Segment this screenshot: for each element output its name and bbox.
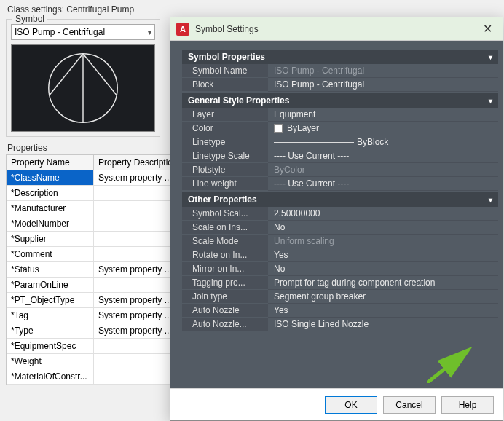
cell-property-desc: System property ... <box>94 308 174 323</box>
dialog-button-bar: OK Cancel Help <box>170 388 503 420</box>
section-other-properties[interactable]: Other Properties▾ <box>182 192 498 207</box>
row-color[interactable]: ColorByLayer <box>182 122 498 135</box>
row-scale-on-insert[interactable]: Scale on Ins...No <box>182 221 498 235</box>
row-block[interactable]: BlockISO Pump - Centrifugal <box>182 78 498 92</box>
header-property-desc[interactable]: Property Description <box>94 155 174 170</box>
collapse-icon: ▾ <box>489 196 492 204</box>
row-auto-nozzle-style[interactable]: Auto Nozzle...ISO Single Lined Nozzle <box>182 318 498 331</box>
row-linetype[interactable]: LinetypeByBlock <box>182 135 498 149</box>
header-property-name[interactable]: Property Name <box>7 155 94 170</box>
symbol-settings-dialog: A Symbol Settings ✕ Symbol Properties▾ S… <box>170 17 503 421</box>
app-icon: A <box>176 23 189 36</box>
cell-property-name: *EquipmentSpec <box>7 339 94 353</box>
dialog-body: Symbol Properties▾ Symbol NameISO Pump -… <box>170 41 503 388</box>
symbol-dropdown[interactable]: ISO Pump - Centrifugal ▾ <box>11 24 155 40</box>
cell-property-name: *Type <box>7 323 94 338</box>
cell-property-desc <box>94 278 174 292</box>
cell-property-name: *ModelNumber <box>7 216 94 231</box>
callout-arrow-icon <box>427 347 478 383</box>
cell-property-desc <box>94 354 174 369</box>
cancel-button[interactable]: Cancel <box>383 396 436 414</box>
pump-icon <box>12 45 154 131</box>
cell-property-desc <box>94 339 174 353</box>
linetype-preview-icon <box>274 142 354 143</box>
section-symbol-properties[interactable]: Symbol Properties▾ <box>182 50 498 64</box>
row-rotate-on-insert[interactable]: Rotate on In...Yes <box>182 248 498 262</box>
dialog-titlebar[interactable]: A Symbol Settings ✕ <box>170 17 503 41</box>
svg-line-1 <box>50 54 83 95</box>
section-general-style[interactable]: General Style Properties▾ <box>182 93 498 108</box>
cell-property-name: *Status <box>7 262 94 277</box>
chevron-down-icon: ▾ <box>148 28 151 36</box>
cell-property-desc <box>94 369 174 384</box>
row-symbol-scale[interactable]: Symbol Scal...2.50000000 <box>182 207 498 221</box>
collapse-icon: ▾ <box>489 97 492 105</box>
cell-property-desc: System property ... <box>94 262 174 277</box>
close-icon[interactable]: ✕ <box>479 20 497 37</box>
cell-property-desc <box>94 216 174 231</box>
row-linetype-scale[interactable]: Linetype Scale---- Use Current ---- <box>182 149 498 163</box>
cell-property-desc <box>94 201 174 216</box>
cell-property-name: *PT_ObjectType <box>7 293 94 307</box>
symbol-legend: Symbol <box>12 14 47 24</box>
cell-property-name: *ParamOnLine <box>7 278 94 292</box>
cell-property-name: *Comment <box>7 247 94 261</box>
cell-property-name: *Tag <box>7 308 94 323</box>
cell-property-name: *MaterialOfConstr... <box>7 369 94 384</box>
symbol-preview <box>11 44 155 132</box>
help-button[interactable]: Help <box>441 396 494 414</box>
row-tagging-prompt[interactable]: Tagging pro...Prompt for tag during comp… <box>182 276 498 290</box>
cell-property-name: *Manufacturer <box>7 201 94 216</box>
cell-property-name: *ClassName <box>7 170 94 185</box>
row-symbol-name[interactable]: Symbol NameISO Pump - Centrifugal <box>182 64 498 78</box>
svg-line-2 <box>83 54 117 95</box>
svg-line-4 <box>427 351 467 383</box>
row-auto-nozzle[interactable]: Auto NozzleYes <box>182 304 498 318</box>
window-title: Class settings: Centrifugal Pump <box>0 0 504 16</box>
cell-property-name: *Weight <box>7 354 94 369</box>
cell-property-desc: System property ... <box>94 293 174 307</box>
ok-button[interactable]: OK <box>325 396 377 414</box>
cell-property-desc: System property ... <box>94 323 174 338</box>
row-mirror-on-insert[interactable]: Mirror on In...No <box>182 262 498 276</box>
row-join-type[interactable]: Join typeSegment group breaker <box>182 290 498 304</box>
row-layer[interactable]: LayerEquipment <box>182 108 498 122</box>
collapse-icon: ▾ <box>489 53 492 61</box>
cell-property-desc <box>94 247 174 261</box>
row-plotstyle[interactable]: PlotstyleByColor <box>182 163 498 177</box>
cell-property-name: *Description <box>7 186 94 200</box>
row-line-weight[interactable]: Line weight---- Use Current ---- <box>182 177 498 191</box>
row-scale-mode[interactable]: Scale ModeUniform scaling <box>182 235 498 248</box>
color-swatch-icon <box>274 124 283 133</box>
symbol-dropdown-value: ISO Pump - Centrifugal <box>15 27 105 37</box>
cell-property-desc: System property ... <box>94 170 174 185</box>
cell-property-desc <box>94 232 174 246</box>
dialog-title: Symbol Settings <box>195 24 479 34</box>
symbol-group: Symbol ISO Pump - Centrifugal ▾ <box>6 19 160 137</box>
cell-property-name: *Supplier <box>7 232 94 246</box>
cell-property-desc <box>94 186 174 200</box>
